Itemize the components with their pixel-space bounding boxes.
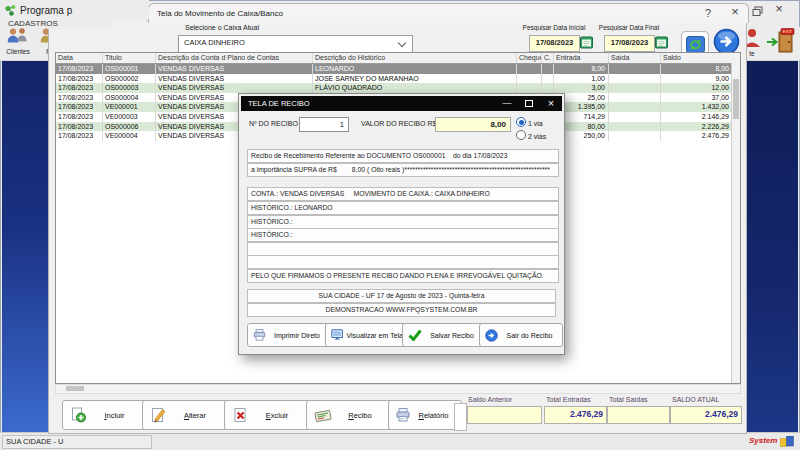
- cell-entrada: 8,00: [554, 64, 609, 74]
- calendar-icon: [580, 36, 593, 49]
- imprimir-direto-label: Imprimir Direto: [269, 332, 329, 339]
- cell-saida: [609, 64, 661, 74]
- table-row[interactable]: 17/08/2023 OS000003 VENDAS DIVERSAS FLÁV…: [56, 83, 732, 93]
- cell-titulo: OS000001: [103, 64, 156, 74]
- cell-data: 17/08/2023: [56, 64, 103, 74]
- visualizar-tela-button[interactable]: Visualizar em Tela: [325, 323, 408, 347]
- toolbar-item-partial[interactable]: te: [747, 27, 763, 57]
- receipt-doc-line: Recibo de Recebimento Referente ao DOCUM…: [247, 149, 559, 163]
- salvar-recibo-label: Salvar Recibo: [425, 332, 483, 339]
- numero-recibo-label: Nº DO RECIBO: [249, 120, 298, 127]
- date-start-calendar-button[interactable]: [580, 36, 593, 49]
- toolbar-label-partial: te: [747, 50, 763, 57]
- cell-saida: [609, 112, 661, 122]
- cell-cheque: [517, 64, 542, 74]
- cell-historico: JOSE SARNEY DO MARANHAO: [313, 74, 517, 84]
- excluir-label: Excluir: [252, 411, 310, 420]
- receipt-historico-3[interactable]: HISTÓRICO.:: [247, 228, 559, 242]
- header-saida[interactable]: Saída: [609, 53, 661, 63]
- visualizar-tela-label: Visualizar em Tela: [346, 332, 407, 339]
- horizontal-scrollbar-thumb[interactable]: [66, 386, 84, 391]
- date-end-label: Pesquisar Data Final: [594, 24, 664, 31]
- table-row[interactable]: 17/08/2023 OS000002 VENDAS DIVERSAS JOSE…: [56, 74, 732, 84]
- sair-recibo-button[interactable]: Sair do Recibo: [479, 323, 563, 347]
- header-conta[interactable]: Descrição da Conta d Plano de Contas: [156, 53, 313, 63]
- vertical-scrollbar-thumb[interactable]: [733, 79, 739, 119]
- toolbar-right-fragment: te EXIT: [747, 27, 800, 61]
- date-end-input[interactable]: 17/08/2023: [604, 35, 655, 52]
- main-close-button[interactable]: ×: [770, 2, 788, 16]
- cell-saida: [609, 122, 661, 132]
- main-restore-button[interactable]: [752, 6, 764, 17]
- sair-recibo-label: Sair do Recibo: [501, 332, 562, 339]
- cell-conta: VENDAS DIVERSAS: [156, 64, 313, 74]
- add-icon: [70, 407, 86, 423]
- chevron-down-icon: [398, 39, 406, 47]
- header-cheque[interactable]: Cheque: [517, 53, 542, 63]
- modal-titlebar[interactable]: TELA DE RECIBO — ×: [241, 96, 562, 111]
- alterar-button[interactable]: Alterar: [142, 400, 229, 430]
- receipt-importancia-line: a importância SUPRA de R$ 8,00 ( Oito re…: [247, 163, 559, 177]
- total-entradas-field: 2.476,29: [544, 406, 607, 424]
- header-titulo[interactable]: Titulo: [103, 53, 156, 63]
- excluir-button[interactable]: Excluir: [224, 400, 311, 430]
- imprimir-direto-button[interactable]: Imprimir Direto: [247, 323, 330, 347]
- modal-restore-button[interactable]: [518, 96, 540, 112]
- cell-historico: LEONARDO: [313, 64, 517, 74]
- go-button[interactable]: [713, 28, 740, 55]
- horizontal-scrollbar[interactable]: [55, 384, 741, 394]
- delete-x-icon: [232, 407, 248, 423]
- blue-arrow-icon: [713, 28, 740, 55]
- cell-saldo: 12,00: [661, 83, 732, 93]
- check-icon: [408, 329, 422, 341]
- salvar-recibo-button[interactable]: Salvar Recibo: [402, 323, 484, 347]
- saldo-anterior-field: [467, 406, 542, 424]
- receipt-blank-1: [247, 242, 559, 256]
- refresh-icon: [686, 36, 705, 53]
- radio-1-via-label: 1 via: [528, 120, 543, 127]
- numero-recibo-input[interactable]: 1: [299, 117, 349, 132]
- toolbar-item-exit[interactable]: EXIT: [766, 28, 797, 54]
- toolbar-item-clientes[interactable]: Clientes: [3, 27, 33, 55]
- relatorio-button[interactable]: Relatório: [388, 400, 462, 430]
- cell-data: 17/08/2023: [56, 131, 103, 141]
- receipt-historico-1[interactable]: HISTÓRICO.: LEONARDO: [247, 201, 559, 215]
- cell-saldo: 9,00: [661, 74, 732, 84]
- clients-people-icon: [5, 27, 31, 47]
- header-c[interactable]: C.: [542, 53, 554, 63]
- header-historico[interactable]: Descrição do Histórico: [313, 53, 517, 63]
- radio-2-vias[interactable]: 2 vias: [516, 130, 546, 140]
- saldo-atual-field: 2.476,29: [670, 406, 742, 424]
- cell-cheque: [517, 74, 542, 84]
- date-start-input[interactable]: 17/08/2023: [529, 35, 580, 52]
- radio-unselected-icon: [516, 130, 526, 140]
- incluir-button[interactable]: Incluir: [62, 400, 148, 430]
- cell-saldo: 8,00: [661, 64, 732, 74]
- cell-data: 17/08/2023: [56, 93, 103, 103]
- saldo-atual-label: SALDO ATUAL: [672, 396, 719, 403]
- valor-recibo-input[interactable]: 8,00: [435, 117, 511, 132]
- date-end-calendar-button[interactable]: [655, 36, 668, 49]
- radio-1-via[interactable]: 1 via: [516, 117, 543, 127]
- header-saldo[interactable]: Saldo: [661, 53, 732, 63]
- toolbar-item-fornecedores[interactable]: For: [36, 27, 48, 55]
- header-data[interactable]: Data: [56, 53, 103, 63]
- cell-data: 17/08/2023: [56, 74, 103, 84]
- calendar-icon: [655, 36, 668, 49]
- status-city-text: SUA CIDADE - U: [2, 435, 152, 449]
- movement-window-titlebar[interactable]: Tela do Movimento de Caixa/Banco ? ×: [148, 3, 749, 23]
- modal-close-button[interactable]: ×: [540, 96, 562, 111]
- receipt-historico-2[interactable]: HISTÓRICO.:: [247, 215, 559, 229]
- total-entradas-label: Total Entradas: [546, 396, 591, 403]
- movement-window-title: Tela do Movimento de Caixa/Banco: [157, 4, 457, 23]
- table-row[interactable]: 17/08/2023 OS000001 VENDAS DIVERSAS LEON…: [56, 64, 732, 74]
- help-button[interactable]: ?: [699, 6, 717, 20]
- header-entrada[interactable]: Entrada: [554, 53, 609, 63]
- toolbar-label-clientes: Clientes: [3, 48, 33, 55]
- cell-c: [542, 83, 554, 93]
- recibo-button[interactable]: Recibo: [306, 400, 393, 430]
- vertical-scrollbar[interactable]: [731, 63, 740, 383]
- window-close-button[interactable]: ×: [726, 5, 744, 19]
- caixa-select[interactable]: CAIXA DINHEIRO: [178, 35, 413, 53]
- modal-minimize-button[interactable]: —: [496, 96, 518, 111]
